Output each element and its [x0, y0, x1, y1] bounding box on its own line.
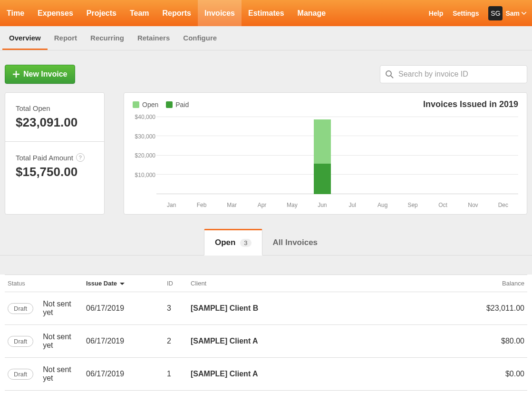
cell-client: [SAMPLE] Client A	[188, 358, 461, 391]
cell-balance: $23,011.00	[461, 292, 527, 325]
cell-client: [SAMPLE] Client B	[188, 292, 461, 325]
table-row[interactable]: DraftNot sent yet06/17/20192[SAMPLE] Cli…	[5, 325, 527, 358]
search-icon	[385, 70, 397, 79]
xtick-label: Apr	[247, 202, 277, 208]
bar-paid	[314, 164, 331, 194]
status-chip: Draft	[8, 336, 33, 347]
xtick-label: Jan	[156, 202, 186, 208]
col-balance[interactable]: Balance	[461, 275, 527, 292]
cell-id: 3	[164, 292, 188, 325]
toolbar: New Invoice	[0, 50, 532, 92]
subnav-item-overview[interactable]: Overview	[2, 26, 48, 50]
user-menu[interactable]: Sam	[505, 10, 532, 17]
xtick-label: May	[277, 202, 307, 208]
chart: JanFebMarAprMayJunJulAugSepOctNovDec $10…	[133, 113, 518, 208]
xtick-label: Oct	[428, 202, 458, 208]
col-status[interactable]: Status	[5, 275, 83, 292]
xtick-label: Sep	[397, 202, 427, 208]
chart-title: Invoices Issued in 2019	[423, 99, 518, 109]
total-paid-value: $15,750.00	[16, 165, 94, 179]
invoice-table: Status Issue Date ID Client Balance Draf…	[5, 275, 527, 403]
cell-balance: $0.00	[461, 358, 527, 391]
tab-open-label: Open	[215, 238, 235, 247]
new-invoice-button[interactable]: New Invoice	[5, 65, 75, 84]
invoice-tabs: Open 3 All Invoices	[0, 229, 532, 256]
total-open-label: Total Open	[16, 104, 94, 112]
xtick-label: Nov	[458, 202, 488, 208]
ytick-label: $30,000	[133, 133, 155, 140]
help-icon[interactable]: ?	[76, 153, 85, 162]
col-client[interactable]: Client	[188, 275, 461, 292]
subnav-item-recurring[interactable]: Recurring	[84, 26, 131, 50]
total-label: Total	[188, 391, 461, 403]
total-paid-label: Total Paid Amount	[16, 154, 73, 162]
status-text: Not sent yet	[43, 300, 80, 317]
cell-issue: 06/17/2019	[83, 292, 164, 325]
status-text: Not sent yet	[43, 333, 80, 350]
subnav-item-configure[interactable]: Configure	[176, 26, 223, 50]
tab-all-invoices[interactable]: All Invoices	[262, 229, 328, 255]
tab-open-count: 3	[240, 239, 251, 247]
nav-item-projects[interactable]: Projects	[80, 0, 123, 26]
xtick-label: Aug	[368, 202, 397, 208]
svg-line-1	[391, 76, 393, 78]
col-issue-label: Issue Date	[86, 280, 117, 287]
nav-item-invoices[interactable]: Invoices	[198, 0, 242, 26]
nav-item-expenses[interactable]: Expenses	[31, 0, 80, 26]
table-row[interactable]: DraftNot sent yet06/17/20191[SAMPLE] Cli…	[5, 358, 527, 391]
status-chip: Draft	[8, 369, 33, 380]
table-row[interactable]: DraftNot sent yet06/17/20193[SAMPLE] Cli…	[5, 292, 527, 325]
cell-issue: 06/17/2019	[83, 358, 164, 391]
help-link[interactable]: Help	[424, 10, 448, 17]
xtick-label: Dec	[488, 202, 518, 208]
swatch-paid-icon	[166, 101, 173, 108]
legend-paid-label: Paid	[175, 101, 189, 108]
swatch-open-icon	[133, 101, 139, 108]
cell-id: 2	[164, 325, 188, 358]
settings-link[interactable]: Settings	[448, 10, 484, 17]
chevron-down-icon	[522, 12, 526, 15]
nav-item-reports[interactable]: Reports	[156, 0, 198, 26]
chart-card: Open Paid Invoices Issued in 2019 JanFeb…	[124, 92, 527, 215]
tab-open[interactable]: Open 3	[204, 229, 262, 256]
xtick-label: Jul	[338, 202, 368, 208]
user-name: Sam	[505, 10, 520, 17]
cell-issue: 06/17/2019	[83, 325, 164, 358]
ytick-label: $20,000	[133, 152, 155, 159]
status-text: Not sent yet	[43, 365, 80, 383]
plus-icon	[13, 71, 19, 78]
totals-card: Total Open $23,091.00 Total Paid Amount …	[5, 92, 105, 215]
col-issue-date[interactable]: Issue Date	[83, 275, 164, 292]
xtick-label: Mar	[217, 202, 247, 208]
ytick-label: $10,000	[133, 172, 155, 178]
xtick-label: Feb	[186, 202, 216, 208]
tab-all-label: All Invoices	[273, 238, 318, 247]
xtick-label: Jun	[307, 202, 337, 208]
sub-nav: OverviewReportRecurringRetainersConfigur…	[0, 26, 532, 50]
nav-item-team[interactable]: Team	[123, 0, 156, 26]
cell-balance: $80.00	[461, 325, 527, 358]
cell-id: 1	[164, 358, 188, 391]
total-value: $23,091.00	[461, 391, 527, 403]
legend-open-label: Open	[142, 101, 158, 108]
col-id[interactable]: ID	[164, 275, 188, 292]
subnav-item-retainers[interactable]: Retainers	[131, 26, 176, 50]
cell-client: [SAMPLE] Client A	[188, 325, 461, 358]
sort-desc-icon	[120, 283, 125, 285]
nav-item-estimates[interactable]: Estimates	[242, 0, 291, 26]
chart-legend: Open Paid	[133, 101, 189, 108]
nav-item-time[interactable]: Time	[0, 0, 31, 26]
total-open-value: $23,091.00	[16, 115, 94, 130]
top-nav: TimeExpensesProjectsTeamReportsInvoicesE…	[0, 0, 532, 26]
status-chip: Draft	[8, 303, 33, 314]
subnav-item-report[interactable]: Report	[48, 26, 84, 50]
avatar[interactable]: SG	[488, 6, 503, 20]
svg-point-0	[386, 71, 391, 76]
new-invoice-label: New Invoice	[23, 70, 67, 79]
search-input[interactable]	[397, 69, 522, 79]
nav-item-manage[interactable]: Manage	[291, 0, 333, 26]
search-box[interactable]	[380, 65, 527, 83]
ytick-label: $40,000	[133, 114, 155, 120]
